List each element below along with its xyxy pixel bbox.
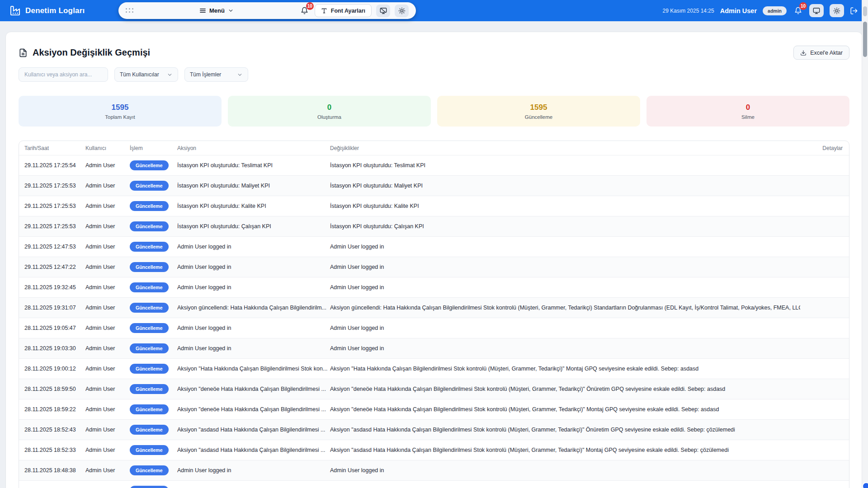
cell-datetime: 28.11.2025 19:00:12 <box>24 366 85 372</box>
scrollbar-thumb[interactable] <box>863 22 867 57</box>
cell-action: Admin User logged in <box>177 264 330 270</box>
audit-log-card: Aksiyon Değişiklik Geçmişi Excel'e Aktar… <box>5 32 863 488</box>
menu-button[interactable]: Menü <box>199 7 234 14</box>
operation-badge: Güncelleme <box>130 303 169 313</box>
operation-badge: Güncelleme <box>130 221 169 231</box>
font-settings-button[interactable]: Font Ayarları <box>315 4 372 17</box>
action-filter-value: Tüm İşlemler <box>190 71 221 78</box>
operation-badge: Güncelleme <box>130 384 169 394</box>
stat-label: Oluşturma <box>317 114 341 120</box>
chevron-down-icon <box>228 8 234 14</box>
cell-user: Admin User <box>85 244 130 250</box>
export-excel-button[interactable]: Excel'e Aktar <box>793 46 849 60</box>
cell-action: Admin User logged in <box>177 244 330 250</box>
stat-card: 0 Silme <box>646 96 849 127</box>
cell-action: Aksiyon "deneöe Hata Hakkında Çalışan Bi… <box>177 386 330 392</box>
toolbar-theme-button[interactable] <box>395 5 409 17</box>
filters-row: Tüm Kullanıcılar Tüm İşlemler <box>19 67 849 82</box>
stat-card: 0 Oluşturma <box>228 96 431 127</box>
monitor-icon <box>813 7 820 14</box>
action-filter-select[interactable]: Tüm İşlemler <box>184 67 248 82</box>
column-header: Aksiyon <box>177 145 330 151</box>
cell-action: Admin User logged in <box>177 284 330 291</box>
cell-action: İstasyon KPI oluşturuldu: Maliyet KPI <box>177 183 330 189</box>
toolbar-monitor-off-button[interactable] <box>376 5 390 17</box>
audit-log-table: Tarih/Saat Kullanıcı İşlem Aksiyon Değiş… <box>19 141 849 488</box>
navbar-notifications-button[interactable]: 10 <box>793 5 803 16</box>
hamburger-icon <box>199 7 206 14</box>
cell-action: İstasyon KPI oluşturuldu: Teslimat KPI <box>177 162 330 169</box>
cell-user: Admin User <box>85 467 130 474</box>
cell-datetime: 28.11.2025 19:05:47 <box>24 325 85 331</box>
stat-label: Toplam Kayıt <box>105 114 135 120</box>
cell-user: Admin User <box>85 183 130 189</box>
stat-value: 1595 <box>530 103 547 112</box>
operation-badge: Güncelleme <box>130 160 169 170</box>
cell-user: Admin User <box>85 203 130 209</box>
logout-button[interactable] <box>850 7 858 15</box>
table-row: 29.11.2025 17:25:53 Admin User Güncellem… <box>19 196 849 216</box>
stat-label: Güncelleme <box>525 114 552 120</box>
stats-row: 1595 Toplam Kayıt 0 Oluşturma 1595 Günce… <box>19 96 849 127</box>
cell-changes: İstasyon KPI oluşturuldu: Maliyet KPI <box>330 183 800 189</box>
cell-changes: Admin User logged in <box>330 264 800 270</box>
export-excel-label: Excel'e Aktar <box>810 50 843 56</box>
cell-user: Admin User <box>85 386 130 392</box>
toolbar-notifications-button[interactable]: 10 <box>299 5 310 16</box>
operation-badge: Güncelleme <box>130 262 169 272</box>
cell-changes: İstasyon KPI oluşturuldu: Kalite KPI <box>330 203 800 209</box>
stat-value: 1595 <box>112 103 129 112</box>
cell-action: Aksiyon "asdasd Hata Hakkında Çalışan Bi… <box>177 427 330 433</box>
user-filter-select[interactable]: Tüm Kullanıcılar <box>114 67 178 82</box>
cell-user: Admin User <box>85 406 130 413</box>
monitor-off-icon <box>380 7 387 14</box>
table-row: 29.11.2025 17:25:54 Admin User Güncellem… <box>19 155 849 175</box>
font-settings-label: Font Ayarları <box>331 8 365 14</box>
operation-badge: Güncelleme <box>130 445 169 455</box>
table-row: 29.11.2025 12:47:53 Admin User Güncellem… <box>19 236 849 257</box>
stat-value: 0 <box>327 103 331 112</box>
theme-toggle-button[interactable] <box>830 4 844 17</box>
cell-datetime: 29.11.2025 12:47:53 <box>24 244 85 250</box>
operation-badge: Güncelleme <box>130 343 169 353</box>
stat-card: 1595 Güncelleme <box>437 96 640 127</box>
cell-changes: İstasyon KPI oluşturuldu: Çalışan KPI <box>330 223 800 230</box>
cell-changes: Aksiyon "asdasd Hata Hakkında Çalışan Bi… <box>330 447 800 453</box>
top-navbar: Denetim Logları Menü 10 Font Ayarları 29… <box>0 0 868 21</box>
cell-datetime: 29.11.2025 17:25:53 <box>24 183 85 189</box>
cell-action: Aksiyon "asdasd Hata Hakkında Çalışan Bi… <box>177 447 330 453</box>
cell-action: Admin User logged in <box>177 345 330 352</box>
cell-action: Aksiyon "deneöe Hata Hakkında Çalışan Bi… <box>177 406 330 413</box>
user-filter-value: Tüm Kullanıcılar <box>120 71 159 78</box>
corner-indicator-dot <box>862 482 868 488</box>
table-row: 28.11.2025 18:48:38 Admin User Güncellem… <box>19 460 849 480</box>
operation-badge: Güncelleme <box>130 404 169 414</box>
drag-handle-icon[interactable] <box>126 8 134 13</box>
floating-toolbar: Menü 10 Font Ayarları <box>118 2 416 19</box>
notification-count-badge: 10 <box>306 2 314 10</box>
cell-datetime: 28.11.2025 18:59:22 <box>24 406 85 413</box>
search-input[interactable] <box>19 67 108 82</box>
table-row: 28.11.2025 18:47:01 Admin User Güncellem… <box>19 480 849 488</box>
cell-user: Admin User <box>85 447 130 453</box>
cell-datetime: 29.11.2025 17:25:53 <box>24 203 85 209</box>
display-mode-button[interactable] <box>809 4 824 17</box>
cell-datetime: 29.11.2025 17:25:53 <box>24 223 85 230</box>
notification-count-badge: 10 <box>799 2 807 10</box>
factory-logo-icon <box>10 5 20 16</box>
scrollbar-top-segment <box>863 6 867 16</box>
table-row: 28.11.2025 19:31:07 Admin User Güncellem… <box>19 297 849 318</box>
cell-datetime: 28.11.2025 18:48:38 <box>24 467 85 474</box>
stat-card: 1595 Toplam Kayıt <box>19 96 222 127</box>
operation-badge: Güncelleme <box>130 282 169 292</box>
table-row: 28.11.2025 18:52:43 Admin User Güncellem… <box>19 419 849 440</box>
cell-datetime: 28.11.2025 19:03:30 <box>24 345 85 352</box>
page-scrollbar[interactable] <box>862 0 868 488</box>
app-title: Denetim Logları <box>25 6 85 15</box>
operation-badge: Güncelleme <box>130 201 169 211</box>
cell-datetime: 28.11.2025 19:32:45 <box>24 284 85 291</box>
cell-changes: Admin User logged in <box>330 284 800 291</box>
operation-badge: Güncelleme <box>130 364 169 374</box>
column-header: Kullanıcı <box>85 145 130 151</box>
page-title-label: Aksiyon Değişiklik Geçmişi <box>33 47 150 58</box>
